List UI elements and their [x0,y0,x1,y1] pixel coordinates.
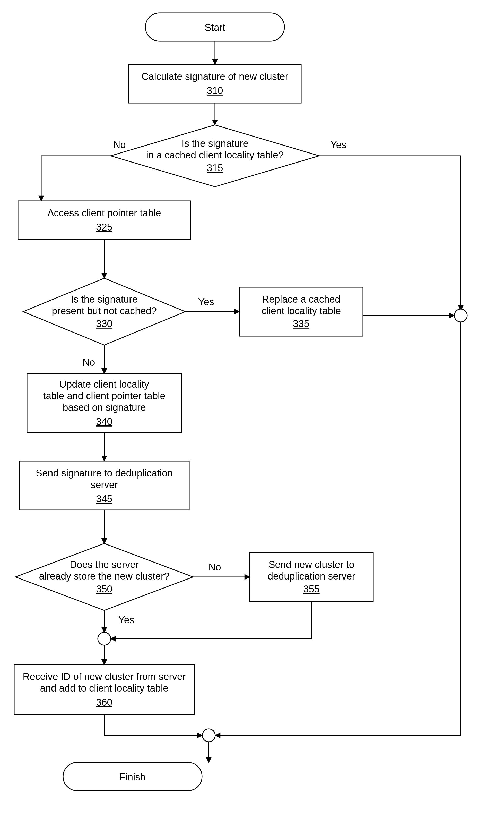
decision-330: Is the signature present but not cached?… [23,278,185,345]
n360-l2: and add to client locality table [40,683,169,694]
process-360: Receive ID of new cluster from server an… [14,664,194,715]
edge-355-j1 [111,601,311,639]
n335-ref: 335 [293,318,309,329]
label-315-yes: Yes [330,139,346,150]
finish-terminator: Finish [63,762,202,791]
n325-ref: 325 [96,222,112,233]
n340-ref: 340 [96,416,112,427]
connector-j3 [202,729,215,742]
n360-l1: Receive ID of new cluster from server [23,671,186,682]
n330-ref: 330 [96,318,112,329]
process-310: Calculate signature of new cluster 310 [129,64,301,103]
n355-l2: deduplication server [268,571,355,582]
svg-rect-1 [129,64,301,103]
edge-j2-down [215,322,461,735]
svg-rect-3 [18,201,190,240]
n345-l1: Send signature to deduplication [36,468,173,479]
process-355: Send new cluster to deduplication server… [250,552,373,601]
n335-l1: Replace a cached [262,294,340,305]
n315-l2: in a cached client locality table? [146,150,284,161]
process-325: Access client pointer table 325 [18,201,190,240]
n345-ref: 345 [96,493,112,504]
label-330-yes: Yes [198,296,214,307]
decision-315: Is the signature in a cached client loca… [111,125,319,187]
edge-315-no [41,156,111,201]
label-315-no: No [113,139,126,150]
process-345: Send signature to deduplication server 3… [19,461,189,510]
connector-j2 [454,309,467,322]
n350-l2: already store the new cluster? [39,571,170,582]
process-340: Update client locality table and client … [27,373,182,433]
n350-l1: Does the server [70,559,139,570]
label-350-no: No [208,562,221,573]
n355-ref: 355 [303,584,319,594]
process-335: Replace a cached client locality table 3… [239,287,363,336]
n340-l2: table and client pointer table [43,391,165,401]
n340-l3: based on signature [63,402,146,413]
n340-l1: Update client locality [59,379,149,390]
n335-l2: client locality table [261,305,341,316]
n330-l2: present but not cached? [52,305,157,316]
n315-l1: Is the signature [182,138,248,149]
n315-ref: 315 [207,163,223,173]
label-350-yes: Yes [118,614,134,625]
connector-j1 [98,632,111,645]
n330-l1: Is the signature [71,294,138,305]
n325-text: Access client pointer table [47,208,161,219]
label-330-no: No [83,357,95,368]
n355-l1: Send new cluster to [268,559,355,570]
n350-ref: 350 [96,584,112,594]
n310-text: Calculate signature of new cluster [141,71,289,82]
start-label: Start [205,22,226,33]
edge-360-j3 [104,715,202,735]
decision-350: Does the server already store the new cl… [15,543,193,610]
n360-ref: 360 [96,697,112,708]
n345-l2: server [90,479,118,490]
start-terminator: Start [145,13,285,41]
finish-label: Finish [119,772,145,782]
n310-ref: 310 [207,85,223,96]
